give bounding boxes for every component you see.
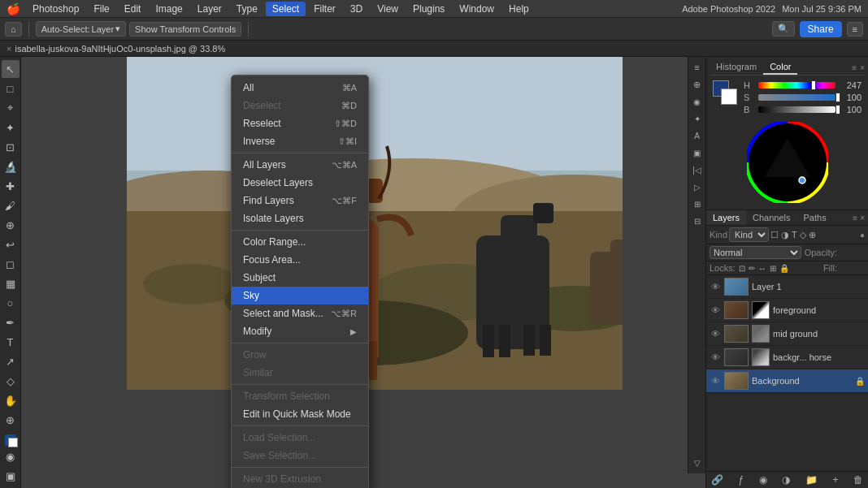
tab-color[interactable]: Color <box>763 60 797 75</box>
tool-brush[interactable]: 🖌 <box>2 196 20 214</box>
share-button[interactable]: Share <box>800 21 842 37</box>
tab-histogram[interactable]: Histogram <box>710 60 763 75</box>
tool-magic-wand[interactable]: ✦ <box>2 119 20 136</box>
menu-filter[interactable]: Filter <box>307 2 342 16</box>
menu-item-isolate-layers[interactable]: Isolate Layers <box>232 209 368 227</box>
filter-smart-icon[interactable]: ⊕ <box>809 230 816 240</box>
menu-item-subject[interactable]: Subject <box>232 269 368 287</box>
hue-track[interactable] <box>758 82 835 89</box>
lock-pixels-icon[interactable]: ✏ <box>749 264 755 273</box>
layer-item-bg-horse[interactable]: 👁 backgr... horse <box>706 346 868 369</box>
kind-select[interactable]: Kind <box>729 227 769 242</box>
tab-close-icon[interactable]: × <box>7 44 11 54</box>
auto-select-toggle[interactable]: Auto-Select: Layer ▾ <box>36 21 126 37</box>
tab-layers[interactable]: Layers <box>706 210 746 225</box>
panel-icon-5[interactable]: A <box>690 128 705 143</box>
tool-eraser[interactable]: ◻ <box>2 255 20 273</box>
tool-eyedropper[interactable]: 🔬 <box>2 158 20 175</box>
menu-item-focus-area[interactable]: Focus Area... <box>232 251 368 269</box>
menu-item-inverse[interactable]: Inverse ⇧⌘I <box>232 132 368 150</box>
tool-text[interactable]: T <box>2 333 20 351</box>
foreground-color[interactable] <box>5 434 16 446</box>
color-panel-menu[interactable]: ≡ <box>852 63 857 72</box>
menu-item-edit-quick-mask[interactable]: Edit in Quick Mask Mode <box>232 405 368 423</box>
tool-move[interactable]: ↖ <box>2 60 20 78</box>
menu-item-all-layers[interactable]: All Layers ⌥⌘A <box>232 156 368 174</box>
menu-file[interactable]: File <box>87 2 115 16</box>
menu-item-all[interactable]: All ⌘A <box>232 79 368 97</box>
panel-icon-2[interactable]: ⊕ <box>690 77 705 92</box>
menu-type[interactable]: Type <box>230 2 264 16</box>
saturation-thumb[interactable] <box>835 93 840 102</box>
layer-mask-foreground[interactable] <box>752 301 770 319</box>
filter-text-icon[interactable]: T <box>792 230 797 240</box>
menu-item-new-3d-extrusion[interactable]: New 3D Extrusion <box>232 470 368 488</box>
tool-shape[interactable]: ◇ <box>2 372 20 390</box>
menu-item-sky[interactable]: Sky <box>232 287 368 304</box>
delete-layer-icon[interactable]: 🗑 <box>853 474 863 486</box>
menu-item-transform-selection[interactable]: Transform Selection <box>232 387 368 405</box>
brightness-thumb[interactable] <box>835 105 840 114</box>
lock-transparent-icon[interactable]: ⊡ <box>739 264 745 273</box>
layer-item-background[interactable]: 👁 Background 🔒 <box>706 369 868 393</box>
layers-panel-close[interactable]: × <box>860 214 865 222</box>
tool-gradient[interactable]: ▦ <box>2 274 20 292</box>
menu-item-load-selection[interactable]: Load Selection... <box>232 429 368 447</box>
menu-item-reselect[interactable]: Reselect ⇧⌘D <box>232 114 368 132</box>
menu-item-save-selection[interactable]: Save Selection... <box>232 447 368 464</box>
tool-dodge[interactable]: ○ <box>2 294 20 312</box>
menu-photoshop[interactable]: Photoshop <box>26 2 85 16</box>
menu-3d[interactable]: 3D <box>344 2 369 16</box>
tool-path-select[interactable]: ↗ <box>2 352 20 370</box>
saturation-track[interactable] <box>758 94 835 101</box>
layers-panel-menu[interactable]: ≡ <box>853 214 857 222</box>
menu-help[interactable]: Help <box>502 2 536 16</box>
screen-mode-icon[interactable]: ▣ <box>2 467 20 485</box>
lock-position-icon[interactable]: ↔ <box>758 264 766 273</box>
menu-item-color-range[interactable]: Color Range... <box>232 233 368 251</box>
panel-icon-bottom[interactable]: ▽ <box>690 456 705 470</box>
panel-icon-9[interactable]: ⊞ <box>690 196 705 211</box>
background-swatch[interactable] <box>721 89 737 105</box>
show-transform-checkbox[interactable]: Show Transform Controls <box>129 22 241 37</box>
tool-lasso[interactable]: ⌖ <box>2 99 20 117</box>
layer-item-midground[interactable]: 👁 mid ground <box>706 322 868 346</box>
menu-edit[interactable]: Edit <box>118 2 148 16</box>
panel-icon-10[interactable]: ⊟ <box>690 214 705 228</box>
menu-layer[interactable]: Layer <box>191 2 228 16</box>
panel-icon-7[interactable]: |◁ <box>690 162 705 177</box>
layer-mask-midground[interactable] <box>752 325 770 343</box>
panel-icon-8[interactable]: ▷ <box>690 179 705 194</box>
layer-eye-layer1[interactable]: 👁 <box>710 281 721 292</box>
search-button[interactable]: 🔍 <box>772 21 795 37</box>
tab-channels[interactable]: Channels <box>746 210 796 225</box>
canvas-area[interactable]: All ⌘A Deselect ⌘D Reselect ⇧⌘D Inverse … <box>21 57 705 488</box>
layer-mask-bg-horse[interactable] <box>752 348 770 366</box>
menu-image[interactable]: Image <box>149 2 189 16</box>
quick-mask-icon[interactable]: ◉ <box>2 447 20 465</box>
tool-history-brush[interactable]: ↩ <box>2 235 20 253</box>
add-group-icon[interactable]: 📁 <box>805 474 818 486</box>
add-style-icon[interactable]: ƒ <box>739 474 744 486</box>
link-layers-icon[interactable]: 🔗 <box>711 474 723 486</box>
menu-item-grow[interactable]: Grow <box>232 346 368 364</box>
home-button[interactable]: ⌂ <box>5 22 22 37</box>
workspace-button[interactable]: ≡ <box>847 22 863 37</box>
color-wheel[interactable] <box>747 122 828 203</box>
layer-eye-background[interactable]: 👁 <box>710 375 721 387</box>
add-mask-icon[interactable]: ◉ <box>759 474 767 486</box>
panel-icon-6[interactable]: ▣ <box>690 145 705 160</box>
menu-item-similar[interactable]: Similar <box>232 364 368 382</box>
menu-window[interactable]: Window <box>453 2 501 16</box>
filter-shape-icon[interactable]: ◇ <box>800 230 806 240</box>
blend-mode-select[interactable]: Normal <box>710 246 801 259</box>
menu-item-modify[interactable]: Modify ▶ <box>232 322 368 340</box>
tool-clone[interactable]: ⊕ <box>2 216 20 234</box>
panel-icon-3[interactable]: ◉ <box>690 94 705 109</box>
panel-icon-1[interactable]: ≡ <box>690 60 705 75</box>
layer-eye-bg-horse[interactable]: 👁 <box>710 352 721 363</box>
brightness-track[interactable] <box>758 106 835 113</box>
file-tab[interactable]: isabella-juskova-9aNItHjuOc0-unsplash.jp… <box>15 44 225 54</box>
menu-plugins[interactable]: Plugins <box>406 2 451 16</box>
add-layer-icon[interactable]: + <box>832 474 838 486</box>
